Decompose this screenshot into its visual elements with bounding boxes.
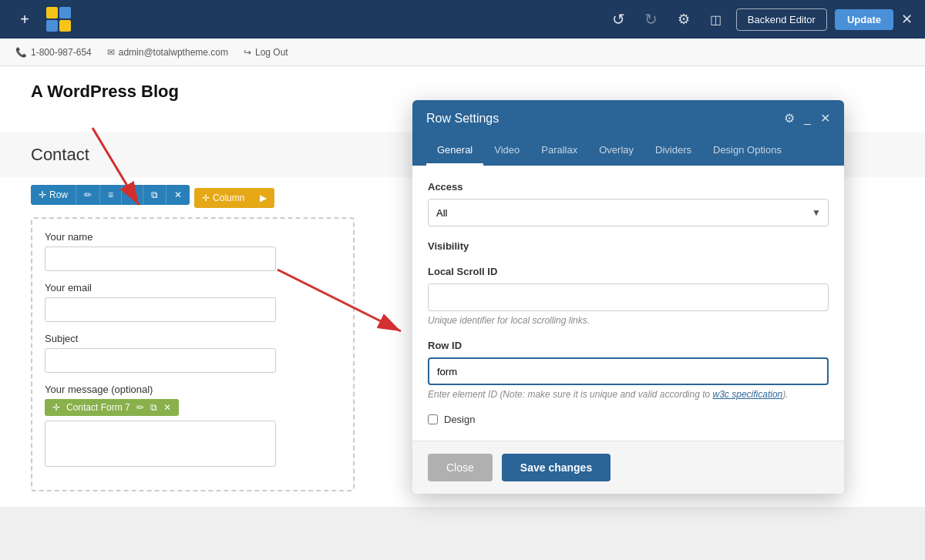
row-delete-button[interactable]: ✕	[166, 185, 190, 205]
logo	[46, 7, 71, 32]
modal-header: Row Settings ⚙ _ ✕	[412, 100, 844, 136]
save-changes-button[interactable]: Save changes	[502, 454, 610, 481]
backend-editor-button[interactable]: Backend Editor	[736, 8, 827, 31]
row-settings-modal: Row Settings ⚙ _ ✕ General Video Paralla…	[412, 100, 844, 494]
name-label: Your name	[45, 231, 341, 243]
modal-close-icon[interactable]: ✕	[820, 111, 830, 126]
phone-icon: 📞	[15, 47, 27, 58]
close-button[interactable]: Close	[428, 454, 493, 481]
modal-minimize-icon[interactable]: _	[804, 112, 811, 126]
local-scroll-label: Local Scroll ID	[428, 266, 829, 277]
local-scroll-input[interactable]	[428, 283, 829, 311]
email-field: Your email	[45, 282, 341, 322]
row-id-label: Row ID	[428, 340, 829, 351]
col-arrow-button[interactable]: ▶	[252, 188, 274, 208]
local-scroll-helper: Unique identifier for local scrolling li…	[428, 315, 829, 326]
access-select[interactable]: All Logged In Logged Out	[428, 199, 829, 226]
delete-icon: ✕	[174, 189, 182, 200]
local-scroll-group: Local Scroll ID Unique identifier for lo…	[428, 266, 829, 326]
modal-body: Access All Logged In Logged Out ▼ Visibi…	[412, 166, 844, 441]
top-toolbar: + ↺ ↻ ⚙ ◫ Backend Editor Update ✕	[0, 0, 925, 39]
page-heading: Contact	[31, 145, 89, 164]
menu-icon: ≡	[108, 189, 113, 200]
tab-dividers[interactable]: Dividers	[644, 136, 702, 166]
row-add-button[interactable]: +	[122, 185, 143, 205]
modal-settings-icon[interactable]: ⚙	[784, 111, 795, 126]
design-checkbox-label[interactable]: Design	[444, 414, 475, 425]
copy-icon: ⧉	[151, 189, 158, 200]
subject-label: Subject	[45, 333, 341, 344]
message-label: Your message (optional)	[45, 384, 341, 395]
modal-tabs: General Video Parallax Overlay Dividers …	[412, 136, 844, 166]
subject-input[interactable]	[45, 348, 276, 373]
contact-form-area: Your name Your email Subject Your messag…	[31, 217, 355, 491]
cf7-close-button[interactable]: ✕	[163, 402, 171, 413]
cf7-move-icon: ✛	[52, 402, 60, 413]
email-icon: ✉	[107, 47, 115, 58]
cf7-edit-button[interactable]: ✏	[136, 402, 144, 413]
edit-icon: ✏	[84, 189, 92, 200]
tab-overlay[interactable]: Overlay	[588, 136, 644, 166]
tab-design-options[interactable]: Design Options	[702, 136, 792, 166]
w3c-link[interactable]: w3c specification	[713, 389, 783, 400]
redo-button[interactable]: ↻	[639, 7, 664, 32]
display-button[interactable]: ◫	[704, 7, 728, 32]
access-select-wrapper: All Logged In Logged Out ▼	[428, 199, 829, 226]
close-editor-button[interactable]: ✕	[901, 11, 913, 28]
tab-parallax[interactable]: Parallax	[530, 136, 588, 166]
row-id-helper: Enter element ID (Note: make sure it is …	[428, 389, 829, 400]
email-input[interactable]	[45, 297, 276, 322]
access-group: Access All Logged In Logged Out ▼	[428, 181, 829, 226]
cf7-copy-button[interactable]: ⧉	[150, 402, 157, 413]
logout-label[interactable]: Log Out	[255, 47, 288, 58]
subject-field: Subject	[45, 333, 341, 373]
visibility-label: Visibility	[428, 240, 829, 252]
message-field: Your message (optional) ✛ Contact Form 7…	[45, 384, 341, 467]
visibility-group: Visibility	[428, 240, 829, 252]
add-element-button[interactable]: +	[12, 7, 37, 32]
modal-header-actions: ⚙ _ ✕	[784, 111, 830, 126]
name-field: Your name	[45, 231, 341, 271]
tab-video[interactable]: Video	[483, 136, 530, 166]
modal-title: Row Settings	[426, 112, 499, 126]
logout-icon: ↪	[244, 47, 251, 58]
col-label: Column	[213, 193, 244, 203]
update-button[interactable]: Update	[835, 9, 893, 30]
row-copy-button[interactable]: ⧉	[143, 185, 166, 205]
move-icon: ✛	[39, 189, 46, 200]
phone-number: 1-800-987-654	[31, 47, 92, 58]
name-input[interactable]	[45, 246, 276, 271]
column-toolbar: ✛ Column ▶	[194, 188, 274, 208]
design-checkbox[interactable]	[428, 414, 438, 424]
email-address: admin@totalwptheme.com	[119, 47, 228, 58]
modal-footer: Close Save changes	[412, 441, 844, 494]
row-move-handle[interactable]: ✛ Row	[31, 185, 76, 205]
row-menu-button[interactable]: ≡	[100, 185, 122, 205]
col-move-handle[interactable]: ✛ Column	[194, 188, 252, 208]
admin-bar: 📞 1-800-987-654 ✉ admin@totalwptheme.com…	[0, 39, 925, 66]
undo-button[interactable]: ↺	[607, 7, 631, 32]
settings-button[interactable]: ⚙	[671, 7, 696, 32]
row-toolbar: ✛ Row ✏ ≡ + ⧉ ✕	[31, 185, 190, 205]
col-arrow-icon: ▶	[260, 193, 267, 203]
email-label: Your email	[45, 282, 341, 293]
row-label: Row	[49, 189, 68, 200]
logout-item[interactable]: ↪ Log Out	[244, 47, 288, 58]
message-input[interactable]	[45, 421, 276, 467]
tab-general[interactable]: General	[426, 136, 483, 166]
add-icon: +	[130, 189, 135, 200]
phone-item: 📞 1-800-987-654	[15, 47, 92, 58]
row-edit-button[interactable]: ✏	[76, 185, 100, 205]
access-label: Access	[428, 181, 829, 193]
cf7-label: Contact Form 7	[66, 402, 130, 413]
row-id-input[interactable]	[428, 357, 829, 385]
site-title: A WordPress Blog	[31, 82, 894, 102]
row-id-group: Row ID Enter element ID (Note: make sure…	[428, 340, 829, 400]
cf7-toolbar: ✛ Contact Form 7 ✏ ⧉ ✕	[45, 399, 179, 416]
email-item: ✉ admin@totalwptheme.com	[107, 47, 228, 58]
col-move-icon: ✛	[202, 193, 210, 203]
design-checkbox-row: Design	[428, 414, 829, 425]
